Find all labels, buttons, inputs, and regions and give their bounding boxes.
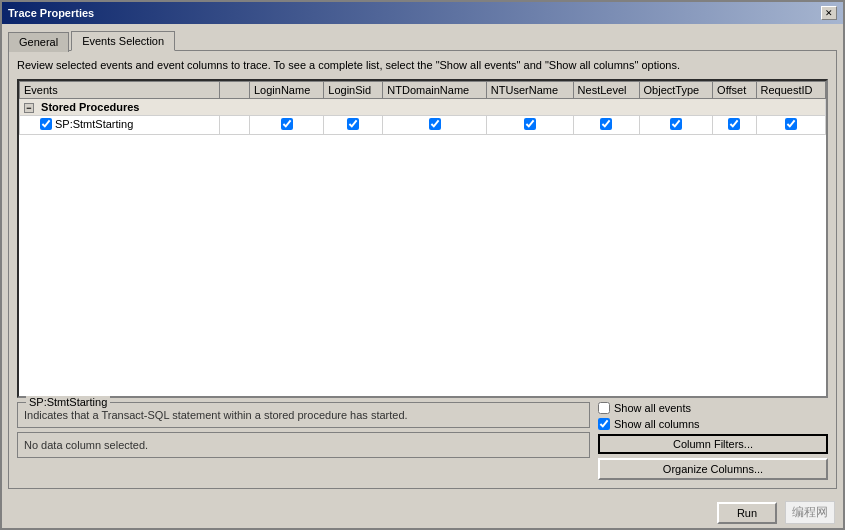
item-checkbox-sp: SP:StmtStarting bbox=[40, 118, 133, 130]
col-header-loginsid: LoginSid bbox=[324, 82, 383, 99]
events-table-container[interactable]: Events LoginName LoginSid NTDomainName N… bbox=[17, 79, 828, 398]
col-header-ntusername: NTUserName bbox=[486, 82, 573, 99]
requestid-cell[interactable] bbox=[756, 116, 825, 135]
main-window: Trace Properties ✕ General Events Select… bbox=[0, 0, 845, 530]
col-header-offset: Offset bbox=[713, 82, 756, 99]
col-header-loginname: LoginName bbox=[250, 82, 324, 99]
show-all-events-option[interactable]: Show all events bbox=[598, 402, 828, 414]
bottom-section: SP:StmtStarting Indicates that a Transac… bbox=[17, 402, 828, 480]
checkbox-loginname[interactable] bbox=[281, 118, 293, 130]
tab-general[interactable]: General bbox=[8, 32, 69, 52]
watermark: 编程网 bbox=[785, 501, 835, 524]
show-all-events-checkbox[interactable] bbox=[598, 402, 610, 414]
show-all-columns-option[interactable]: Show all columns bbox=[598, 418, 828, 430]
checkbox-ntusername[interactable] bbox=[524, 118, 536, 130]
col-header-objecttype: ObjectType bbox=[639, 82, 713, 99]
info-panel-title: SP:StmtStarting bbox=[26, 396, 110, 408]
close-button[interactable]: ✕ bbox=[821, 6, 837, 20]
objecttype-cell[interactable] bbox=[639, 116, 713, 135]
col-header-requestid: RequestID bbox=[756, 82, 825, 99]
col-header-ntdomainname: NTDomainName bbox=[383, 82, 487, 99]
tab-content: Review selected events and event columns… bbox=[8, 51, 837, 489]
title-bar-controls: ✕ bbox=[821, 6, 837, 20]
organize-columns-button[interactable]: Organize Columns... bbox=[598, 458, 828, 480]
no-data-text: No data column selected. bbox=[24, 439, 583, 451]
info-panel: SP:StmtStarting Indicates that a Transac… bbox=[17, 402, 590, 428]
item-name-cell: SP:StmtStarting bbox=[20, 116, 220, 135]
bottom-row-info: SP:StmtStarting Indicates that a Transac… bbox=[17, 402, 828, 480]
tab-events-selection[interactable]: Events Selection bbox=[71, 31, 175, 51]
window-content: General Events Selection Review selected… bbox=[2, 24, 843, 495]
nestlevel-cell[interactable] bbox=[573, 116, 639, 135]
checkbox-requestid[interactable] bbox=[785, 118, 797, 130]
loginname-cell[interactable] bbox=[250, 116, 324, 135]
title-bar: Trace Properties ✕ bbox=[2, 2, 843, 24]
window-title: Trace Properties bbox=[8, 7, 94, 19]
column-filters-button[interactable]: Column Filters... bbox=[598, 434, 828, 454]
info-panel-description: Indicates that a Transact-SQL statement … bbox=[24, 409, 583, 421]
ntusername-cell[interactable] bbox=[486, 116, 573, 135]
run-button[interactable]: Run bbox=[717, 502, 777, 524]
no-data-panel: No data column selected. bbox=[17, 432, 590, 458]
col-header-events: Events bbox=[20, 82, 220, 99]
table-row-sp-stmtstarting: SP:StmtStarting bbox=[20, 116, 826, 135]
checkbox-offset[interactable] bbox=[728, 118, 740, 130]
checkbox-nestlevel[interactable] bbox=[600, 118, 612, 130]
loginsid-cell[interactable] bbox=[324, 116, 383, 135]
footer: Run 编程网 bbox=[2, 495, 843, 528]
group-label-stored-procedures: − Stored Procedures bbox=[20, 99, 826, 116]
show-all-columns-checkbox[interactable] bbox=[598, 418, 610, 430]
group-row-stored-procedures: − Stored Procedures bbox=[20, 99, 826, 116]
checkbox-sp-stmtstarting[interactable] bbox=[40, 118, 52, 130]
col-header-r bbox=[220, 82, 250, 99]
buttons-group: Column Filters... Organize Columns... bbox=[598, 434, 828, 480]
col-header-nestlevel: NestLevel bbox=[573, 82, 639, 99]
col-r-cell bbox=[220, 116, 250, 135]
collapse-icon[interactable]: − bbox=[24, 103, 34, 113]
checkbox-ntdomainname[interactable] bbox=[429, 118, 441, 130]
tab-bar: General Events Selection bbox=[8, 30, 837, 51]
events-table: Events LoginName LoginSid NTDomainName N… bbox=[19, 81, 826, 135]
description-text: Review selected events and event columns… bbox=[17, 59, 828, 71]
ntdomainname-cell[interactable] bbox=[383, 116, 487, 135]
table-header-row: Events LoginName LoginSid NTDomainName N… bbox=[20, 82, 826, 99]
offset-cell[interactable] bbox=[713, 116, 756, 135]
options-group: Show all events Show all columns bbox=[598, 402, 828, 430]
checkbox-objecttype[interactable] bbox=[670, 118, 682, 130]
checkbox-loginsid[interactable] bbox=[347, 118, 359, 130]
